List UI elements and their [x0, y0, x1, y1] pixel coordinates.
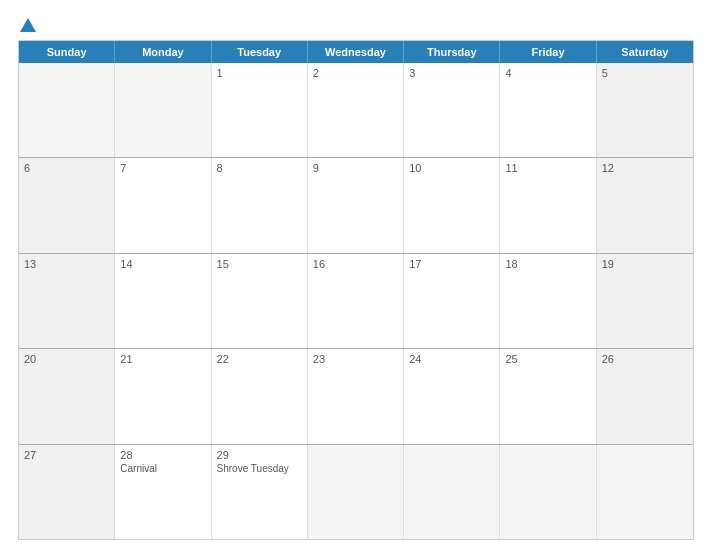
header-day-wednesday: Wednesday [308, 41, 404, 63]
calendar-cell: 26 [597, 349, 693, 443]
day-number: 14 [120, 258, 205, 270]
calendar-cell: 11 [500, 158, 596, 252]
day-number: 18 [505, 258, 590, 270]
calendar-cell: 29Shrove Tuesday [212, 445, 308, 539]
calendar-cell: 4 [500, 63, 596, 157]
day-number: 10 [409, 162, 494, 174]
calendar-week-4: 20212223242526 [19, 349, 693, 444]
day-number: 22 [217, 353, 302, 365]
logo [18, 18, 36, 32]
calendar-cell: 21 [115, 349, 211, 443]
calendar-cell: 9 [308, 158, 404, 252]
calendar-cell [115, 63, 211, 157]
calendar-cell [404, 445, 500, 539]
calendar-cell: 24 [404, 349, 500, 443]
day-number: 8 [217, 162, 302, 174]
header-day-friday: Friday [500, 41, 596, 63]
calendar-cell: 19 [597, 254, 693, 348]
day-number: 2 [313, 67, 398, 79]
calendar-cell: 15 [212, 254, 308, 348]
calendar-cell: 22 [212, 349, 308, 443]
day-number: 7 [120, 162, 205, 174]
calendar-cell: 23 [308, 349, 404, 443]
page: SundayMondayTuesdayWednesdayThursdayFrid… [0, 0, 712, 550]
calendar-cell: 13 [19, 254, 115, 348]
day-number: 19 [602, 258, 688, 270]
calendar-cell: 16 [308, 254, 404, 348]
calendar-cell [597, 445, 693, 539]
day-number: 24 [409, 353, 494, 365]
calendar-cell [500, 445, 596, 539]
calendar-week-5: 2728Carnival29Shrove Tuesday [19, 445, 693, 539]
calendar-cell: 5 [597, 63, 693, 157]
calendar-cell [308, 445, 404, 539]
day-number: 16 [313, 258, 398, 270]
day-number: 20 [24, 353, 109, 365]
calendar-week-2: 6789101112 [19, 158, 693, 253]
event-label: Carnival [120, 463, 205, 474]
calendar-body: 1234567891011121314151617181920212223242… [19, 63, 693, 539]
day-number: 17 [409, 258, 494, 270]
day-number: 27 [24, 449, 109, 461]
calendar-week-3: 13141516171819 [19, 254, 693, 349]
calendar-cell: 6 [19, 158, 115, 252]
calendar-cell: 20 [19, 349, 115, 443]
calendar-cell: 2 [308, 63, 404, 157]
calendar-cell: 7 [115, 158, 211, 252]
header [18, 18, 694, 32]
calendar-cell: 14 [115, 254, 211, 348]
day-number: 13 [24, 258, 109, 270]
header-day-thursday: Thursday [404, 41, 500, 63]
day-number: 25 [505, 353, 590, 365]
event-label: Shrove Tuesday [217, 463, 302, 474]
day-number: 4 [505, 67, 590, 79]
day-number: 28 [120, 449, 205, 461]
calendar-cell: 3 [404, 63, 500, 157]
calendar-cell: 12 [597, 158, 693, 252]
header-day-monday: Monday [115, 41, 211, 63]
calendar-cell: 10 [404, 158, 500, 252]
calendar-header-row: SundayMondayTuesdayWednesdayThursdayFrid… [19, 41, 693, 63]
day-number: 3 [409, 67, 494, 79]
day-number: 6 [24, 162, 109, 174]
calendar: SundayMondayTuesdayWednesdayThursdayFrid… [18, 40, 694, 540]
calendar-cell: 1 [212, 63, 308, 157]
day-number: 5 [602, 67, 688, 79]
day-number: 26 [602, 353, 688, 365]
header-day-tuesday: Tuesday [212, 41, 308, 63]
day-number: 1 [217, 67, 302, 79]
day-number: 11 [505, 162, 590, 174]
calendar-cell: 18 [500, 254, 596, 348]
calendar-cell: 8 [212, 158, 308, 252]
day-number: 23 [313, 353, 398, 365]
day-number: 9 [313, 162, 398, 174]
day-number: 15 [217, 258, 302, 270]
day-number: 21 [120, 353, 205, 365]
calendar-cell: 28Carnival [115, 445, 211, 539]
day-number: 12 [602, 162, 688, 174]
calendar-week-1: 12345 [19, 63, 693, 158]
day-number: 29 [217, 449, 302, 461]
calendar-cell: 17 [404, 254, 500, 348]
calendar-cell: 27 [19, 445, 115, 539]
calendar-cell: 25 [500, 349, 596, 443]
calendar-cell [19, 63, 115, 157]
header-day-sunday: Sunday [19, 41, 115, 63]
logo-triangle-icon [20, 18, 36, 32]
header-day-saturday: Saturday [597, 41, 693, 63]
